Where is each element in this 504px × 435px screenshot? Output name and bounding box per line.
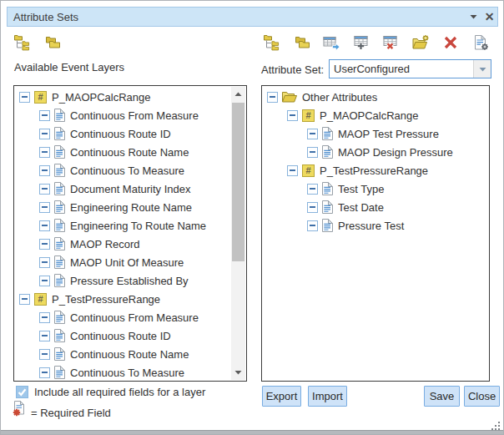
scroll-down-icon[interactable] bbox=[231, 366, 245, 379]
resize-grip[interactable] bbox=[491, 419, 501, 428]
file-settings-icon[interactable] bbox=[471, 33, 490, 52]
field-document-icon bbox=[54, 182, 65, 195]
collapse-minus-icon[interactable] bbox=[39, 331, 50, 341]
collapse-minus-icon[interactable] bbox=[39, 349, 50, 360]
attribute-set-value: UserConfigured bbox=[330, 60, 473, 78]
collapse-minus-icon[interactable] bbox=[19, 294, 30, 305]
field-document-icon bbox=[322, 145, 333, 159]
tree-item[interactable]: Pressure Established By bbox=[14, 271, 230, 290]
collapse-minus-icon[interactable] bbox=[39, 220, 50, 231]
available-layers-panel: #P_MAOPCalcRangeContinuous From MeasureC… bbox=[13, 85, 247, 382]
collapse-minus-icon[interactable] bbox=[307, 202, 318, 213]
tree-item[interactable]: Continuous Route Name bbox=[14, 345, 230, 363]
tree-item[interactable]: Other Attributes bbox=[262, 88, 489, 106]
tree-item[interactable]: Continuous From Measure bbox=[14, 106, 230, 124]
tree-item[interactable]: #P_TestPressureRange bbox=[14, 290, 230, 308]
field-document-icon bbox=[54, 109, 65, 122]
tree-item-label: Continuous From Measure bbox=[70, 109, 199, 122]
tree-item-label: Engineering Route Name bbox=[70, 201, 192, 214]
attribute-tree-icon[interactable] bbox=[263, 33, 281, 52]
field-document-icon bbox=[54, 237, 65, 250]
tree-item[interactable]: #P_MAOPCalcRange bbox=[14, 88, 230, 106]
field-document-icon bbox=[54, 127, 65, 140]
collapse-minus-icon[interactable] bbox=[39, 110, 50, 121]
tree-item[interactable]: Test Date bbox=[262, 198, 489, 216]
required-field-icon bbox=[12, 401, 27, 420]
open-folder-icon bbox=[282, 91, 297, 103]
field-document-icon bbox=[322, 219, 333, 232]
tree-item-label: P_MAOPCalcRange bbox=[320, 109, 419, 122]
tree-item[interactable]: MAOP Test Pressure bbox=[262, 124, 489, 143]
collapse-minus-icon[interactable] bbox=[39, 257, 50, 268]
collapse-minus-icon[interactable] bbox=[307, 129, 318, 139]
collapse-minus-icon[interactable] bbox=[39, 239, 50, 250]
tree-item-label: Engineering To Route Name bbox=[70, 220, 206, 232]
field-document-icon bbox=[322, 200, 333, 214]
tree-item[interactable]: Continuous To Measure bbox=[14, 363, 230, 382]
collapse-minus-icon[interactable] bbox=[39, 367, 50, 378]
right-toolbar bbox=[263, 33, 490, 52]
tree-item[interactable]: Continuous Route Name bbox=[14, 143, 230, 161]
tree-item[interactable]: MAOP Unit Of Measure bbox=[14, 253, 230, 271]
collapse-minus-icon[interactable] bbox=[39, 202, 50, 213]
open-folders-icon[interactable] bbox=[293, 33, 311, 52]
import-button[interactable]: Import bbox=[308, 386, 347, 407]
close-icon[interactable]: ✕ bbox=[481, 8, 497, 25]
tree-item[interactable]: Engineering Route Name bbox=[14, 198, 230, 216]
tree-item[interactable]: Continuous Route ID bbox=[14, 124, 230, 143]
titlebar[interactable]: Attribute Sets ✕ bbox=[7, 7, 498, 27]
tree-item[interactable]: Document Maturity Index bbox=[14, 180, 230, 198]
collapse-minus-icon[interactable] bbox=[307, 147, 318, 158]
include-required-checkbox[interactable] bbox=[16, 386, 28, 398]
collapse-minus-icon[interactable] bbox=[287, 165, 298, 176]
field-document-icon bbox=[54, 329, 65, 342]
tree-item[interactable]: Pressure Test bbox=[262, 216, 489, 235]
tree-item-label: Pressure Established By bbox=[70, 275, 189, 287]
tree-item[interactable]: #P_MAOPCalcRange bbox=[262, 106, 489, 124]
delete-icon[interactable] bbox=[441, 33, 460, 52]
tree-item[interactable]: MAOP Record bbox=[14, 235, 230, 253]
export-table-icon[interactable] bbox=[322, 33, 340, 52]
collapse-minus-icon[interactable] bbox=[19, 92, 30, 103]
export-button[interactable]: Export bbox=[262, 386, 301, 407]
tree-item-label: MAOP Design Pressure bbox=[338, 146, 453, 159]
tree-item[interactable]: Engineering To Route Name bbox=[14, 216, 230, 235]
layer-tree-icon[interactable] bbox=[13, 33, 32, 52]
collapse-minus-icon[interactable] bbox=[307, 184, 318, 195]
collapse-minus-icon[interactable] bbox=[39, 165, 50, 176]
new-folder-icon[interactable] bbox=[412, 33, 431, 52]
collapse-minus-icon[interactable] bbox=[39, 147, 50, 158]
tree-item[interactable]: Continuous Route ID bbox=[14, 326, 230, 345]
open-folders-icon[interactable] bbox=[43, 33, 62, 52]
dock-menu-icon[interactable] bbox=[466, 8, 481, 25]
collapse-minus-icon[interactable] bbox=[39, 184, 50, 195]
attribute-sets-dialog: { "window": { "title": "Attribute Sets",… bbox=[0, 0, 504, 435]
tree-item[interactable]: #P_TestPressureRange bbox=[262, 161, 489, 180]
vertical-scrollbar[interactable] bbox=[231, 87, 245, 380]
tree-item[interactable]: Continuous To Measure bbox=[14, 161, 230, 180]
tree-item-label: P_MAOPCalcRange bbox=[52, 91, 151, 104]
add-table-icon[interactable] bbox=[352, 33, 370, 52]
close-button[interactable]: Close bbox=[464, 386, 500, 407]
collapse-minus-icon[interactable] bbox=[267, 92, 278, 103]
dropdown-arrow-button[interactable] bbox=[473, 60, 491, 78]
collapse-minus-icon[interactable] bbox=[39, 312, 50, 323]
tree-item[interactable]: MAOP Design Pressure bbox=[262, 143, 489, 161]
remove-table-icon[interactable] bbox=[382, 33, 401, 52]
attribute-set-dropdown[interactable]: UserConfigured bbox=[329, 59, 491, 78]
collapse-minus-icon[interactable] bbox=[39, 129, 50, 139]
attribute-set-tree: Other Attributes#P_MAOPCalcRangeMAOP Tes… bbox=[262, 88, 489, 235]
scroll-up-icon[interactable] bbox=[231, 88, 245, 101]
collapse-minus-icon[interactable] bbox=[307, 220, 318, 231]
include-required-label: Include all required fields for a layer bbox=[34, 386, 205, 398]
save-button[interactable]: Save bbox=[424, 386, 460, 407]
tree-item[interactable]: Test Type bbox=[262, 180, 489, 198]
tree-item-label: Test Type bbox=[338, 183, 384, 195]
window-bottom-edge bbox=[1, 430, 504, 434]
field-document-icon bbox=[54, 255, 65, 269]
collapse-minus-icon[interactable] bbox=[287, 110, 298, 121]
scroll-thumb[interactable] bbox=[232, 103, 244, 261]
tree-item[interactable]: Continuous From Measure bbox=[14, 308, 230, 326]
collapse-minus-icon[interactable] bbox=[39, 276, 50, 286]
dialog-title: Attribute Sets bbox=[8, 11, 466, 23]
